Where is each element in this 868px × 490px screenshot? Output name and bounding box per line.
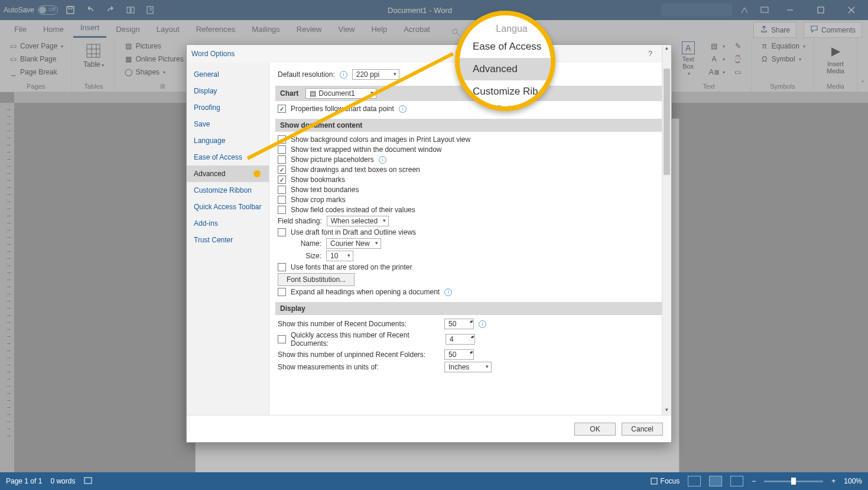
coming-soon-icon[interactable] (737, 2, 752, 18)
autosave-toggle[interactable]: AutoSave Off (4, 5, 58, 15)
read-mode-icon[interactable] (688, 476, 701, 486)
checkbox-draftfont[interactable] (278, 228, 286, 236)
info-icon[interactable]: i (379, 156, 386, 164)
dropcap-button[interactable]: A≣ (707, 66, 727, 78)
web-layout-icon[interactable] (730, 476, 743, 486)
blank-page-button[interactable]: ▭Blank Page (6, 53, 66, 65)
comments-button[interactable]: Comments (804, 22, 862, 38)
checkbox-bookmarks[interactable]: ✓ (278, 176, 286, 184)
nav-customize-ribbon[interactable]: Customize Ribbon (187, 182, 269, 199)
word-count[interactable]: 0 words (50, 477, 75, 485)
dialog-help-button[interactable]: ? (648, 50, 652, 58)
checkbox-expand[interactable] (278, 288, 286, 296)
tab-design[interactable]: Design (109, 21, 147, 38)
tab-layout[interactable]: Layout (149, 21, 187, 38)
signature-button[interactable]: ✎ (731, 40, 745, 52)
symbol-button[interactable]: ΩSymbol (758, 53, 808, 65)
info-icon[interactable]: i (444, 288, 452, 296)
zoom-slider[interactable] (764, 481, 823, 482)
focus-mode[interactable]: Focus (650, 477, 680, 485)
nav-advanced[interactable]: Advanced (187, 166, 269, 182)
nav-general[interactable]: General (187, 66, 269, 83)
tab-view[interactable]: View (331, 21, 362, 38)
checkbox-fieldcodes[interactable] (278, 206, 286, 214)
tab-help[interactable]: Help (364, 21, 394, 38)
tab-file[interactable]: File (7, 21, 34, 38)
font-size-select[interactable]: 10 (326, 251, 353, 261)
recent-docs-spinner[interactable]: 50 (444, 319, 474, 329)
qat-icon-2[interactable] (143, 2, 158, 18)
zoom-out-button[interactable]: − (752, 477, 756, 485)
ok-button[interactable]: OK (574, 423, 616, 436)
save-icon[interactable] (63, 2, 78, 18)
scroll-thumb[interactable] (664, 69, 670, 175)
share-button[interactable]: Share (753, 22, 797, 38)
tab-references[interactable]: References (189, 21, 242, 38)
maximize-button[interactable] (808, 0, 834, 20)
measurements-select[interactable]: Inches (444, 362, 492, 372)
qat-icon[interactable] (123, 2, 138, 18)
pictures-button[interactable]: ▧Pictures (121, 40, 186, 52)
checkbox-wrap[interactable] (278, 145, 286, 154)
close-button[interactable] (838, 0, 864, 20)
collapse-ribbon-icon[interactable]: ˄ (857, 38, 868, 92)
zoom-level[interactable]: 100% (844, 477, 862, 485)
checkbox-props-follow[interactable]: ✓ (278, 105, 286, 113)
tab-acrobat[interactable]: Acrobat (396, 21, 437, 38)
datetime-button[interactable]: ⌚ (731, 53, 745, 65)
textbox-button[interactable]: A Text Box (673, 40, 704, 76)
quick-recent-spinner[interactable]: 4 (446, 334, 475, 345)
ribbon-display-icon[interactable] (757, 2, 772, 18)
minimize-button[interactable] (777, 0, 803, 20)
nav-save[interactable]: Save (187, 116, 269, 132)
shapes-button[interactable]: ◯Shapes (121, 66, 186, 78)
cancel-button[interactable]: Cancel (622, 423, 663, 436)
nav-proofing[interactable]: Proofing (187, 99, 269, 116)
nav-trust-center[interactable]: Trust Center (187, 232, 269, 248)
dialog-scrollbar[interactable]: ▴ ▾ (662, 63, 671, 415)
equation-button[interactable]: πEquation (758, 40, 808, 52)
font-name-select[interactable]: Courier New (326, 238, 381, 249)
print-layout-icon[interactable] (709, 476, 722, 486)
scroll-down-icon[interactable]: ▾ (662, 407, 671, 415)
tab-review[interactable]: Review (290, 21, 329, 38)
undo-icon[interactable] (83, 2, 98, 18)
page-break-button[interactable]: ⎯Page Break (6, 66, 66, 78)
info-icon[interactable]: i (479, 320, 486, 328)
font-substitution-button[interactable]: Font Substitution... (278, 273, 355, 286)
object-button[interactable]: ▭ (731, 66, 745, 78)
tab-home[interactable]: Home (36, 21, 71, 38)
nav-language[interactable]: Language (187, 132, 269, 149)
spellcheck-icon[interactable] (83, 476, 93, 487)
nav-addins[interactable]: Add-ins (187, 215, 269, 232)
checkbox-printerfonts[interactable] (278, 263, 286, 271)
info-icon[interactable]: i (340, 71, 347, 79)
tab-mailings[interactable]: Mailings (245, 21, 287, 38)
textbound-label: Show text boundaries (291, 186, 359, 194)
nav-display[interactable]: Display (187, 83, 269, 99)
account-area[interactable] (661, 4, 732, 17)
quickparts-button[interactable]: ▤ (707, 40, 727, 52)
tell-me-search[interactable] (451, 28, 460, 38)
table-button[interactable]: Table (78, 40, 109, 69)
page-indicator[interactable]: Page 1 of 1 (6, 477, 42, 485)
recent-folders-spinner[interactable]: 50 (444, 349, 474, 360)
checkbox-quick-recent[interactable] (278, 335, 286, 343)
default-resolution-select[interactable]: 220 ppi (352, 69, 399, 80)
wordart-button[interactable]: A (707, 53, 727, 65)
tab-insert[interactable]: Insert (73, 20, 107, 38)
info-icon[interactable]: i (399, 105, 407, 113)
field-shading-select[interactable]: When selected (327, 216, 389, 226)
qat-customize-icon[interactable] (163, 2, 178, 18)
checkbox-drawings[interactable]: ✓ (278, 166, 286, 174)
insert-media-button[interactable]: ▶ Insert Media (820, 40, 851, 74)
signature-icon: ✎ (733, 41, 743, 51)
checkbox-placeholders[interactable] (278, 155, 286, 164)
online-pictures-button[interactable]: ▦Online Pictures (121, 53, 186, 65)
zoom-in-button[interactable]: + (831, 477, 836, 485)
checkbox-textbound[interactable] (278, 186, 286, 194)
cover-page-button[interactable]: ▭Cover Page (6, 40, 66, 52)
nav-quick-access-toolbar[interactable]: Quick Access Toolbar (187, 199, 269, 215)
checkbox-crop[interactable] (278, 196, 286, 204)
redo-icon[interactable] (103, 2, 118, 18)
